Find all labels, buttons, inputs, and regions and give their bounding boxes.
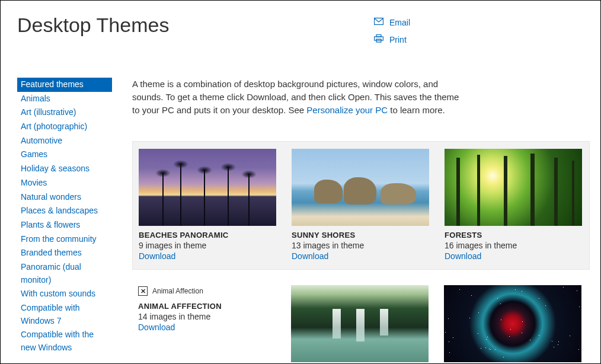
- broken-image-icon: ✕Animal Affection: [138, 285, 276, 297]
- sidebar-item-9[interactable]: Places & landscapes: [17, 204, 112, 218]
- page-actions: Email Print: [374, 17, 410, 52]
- sidebar-item-16[interactable]: Compatible with the new Windows: [17, 328, 112, 355]
- intro-after: to learn more.: [388, 105, 445, 115]
- personalize-link[interactable]: Personalize your PC: [306, 105, 388, 115]
- sidebar-item-5[interactable]: Games: [17, 148, 112, 162]
- theme-thumbnail[interactable]: [291, 285, 429, 362]
- theme-thumbnail[interactable]: [139, 149, 276, 226]
- theme-thumbnail[interactable]: [444, 285, 581, 362]
- theme-row: ✕Animal AffectionANIMAL AFFFECTION14 ima…: [132, 278, 590, 364]
- svg-rect-2: [375, 37, 383, 40]
- print-icon: [374, 34, 383, 44]
- theme-count: 13 images in theme: [292, 241, 429, 250]
- theme-count: 9 images in theme: [139, 241, 276, 250]
- download-link[interactable]: Download: [292, 251, 429, 261]
- sidebar-item-10[interactable]: Plants & flowers: [17, 218, 112, 232]
- theme-card: BEACHES PANORAMIC9 images in themeDownlo…: [139, 149, 276, 261]
- email-label: Email: [389, 18, 410, 27]
- theme-card: COMMUNITY SHOWCASE:: [291, 285, 429, 364]
- page-title: Desktop Themes: [1, 1, 600, 37]
- theme-title: SUNNY SHORES: [292, 231, 429, 240]
- sidebar-item-13[interactable]: Panoramic (dual monitor): [17, 260, 112, 287]
- download-link[interactable]: Download: [139, 251, 276, 261]
- sidebar-item-0[interactable]: Featured themes: [17, 78, 112, 92]
- email-link[interactable]: Email: [374, 17, 410, 27]
- sidebar-item-11[interactable]: From the community: [17, 232, 112, 247]
- print-link[interactable]: Print: [374, 34, 410, 44]
- theme-title: ANIMAL AFFFECTION: [138, 302, 276, 311]
- sidebar-item-1[interactable]: Animals: [17, 92, 112, 106]
- theme-thumbnail[interactable]: [292, 149, 429, 226]
- sidebar-item-3[interactable]: Art (photographic): [17, 120, 112, 134]
- sidebar-item-15[interactable]: Compatible with Windows 7: [17, 301, 112, 328]
- category-sidebar: Featured themesAnimalsArt (illustrative)…: [17, 78, 112, 363]
- sidebar-item-6[interactable]: Holiday & seasons: [17, 162, 112, 176]
- email-icon: [374, 17, 383, 27]
- sidebar-item-7[interactable]: Movies: [17, 176, 112, 190]
- theme-title: BEACHES PANORAMIC: [139, 231, 276, 240]
- theme-card: ✕Animal AffectionANIMAL AFFFECTION14 ima…: [138, 285, 276, 364]
- theme-row-featured: BEACHES PANORAMIC9 images in themeDownlo…: [132, 141, 590, 270]
- theme-card: SUNNY SHORES13 images in themeDownload: [292, 149, 429, 261]
- print-label: Print: [389, 35, 407, 44]
- intro-text: A theme is a combination of desktop back…: [132, 78, 464, 116]
- sidebar-item-2[interactable]: Art (illustrative): [17, 106, 112, 120]
- download-link[interactable]: Download: [445, 251, 582, 261]
- theme-title: FORESTS: [445, 231, 582, 240]
- download-link[interactable]: Download: [138, 323, 276, 332]
- theme-count: 16 images in theme: [445, 241, 582, 250]
- sidebar-item-12[interactable]: Branded themes: [17, 246, 112, 260]
- theme-card: FORESTS16 images in themeDownload: [445, 149, 582, 261]
- content-area: A theme is a combination of desktop back…: [132, 78, 590, 363]
- theme-count: 14 images in theme: [138, 312, 276, 321]
- theme-thumbnail[interactable]: [445, 149, 582, 226]
- sidebar-item-8[interactable]: Natural wonders: [17, 190, 112, 205]
- sidebar-item-4[interactable]: Automotive: [17, 134, 112, 148]
- theme-card: NASA HIDDEN UNIVERSE: [444, 285, 581, 364]
- sidebar-item-14[interactable]: With custom sounds: [17, 287, 112, 301]
